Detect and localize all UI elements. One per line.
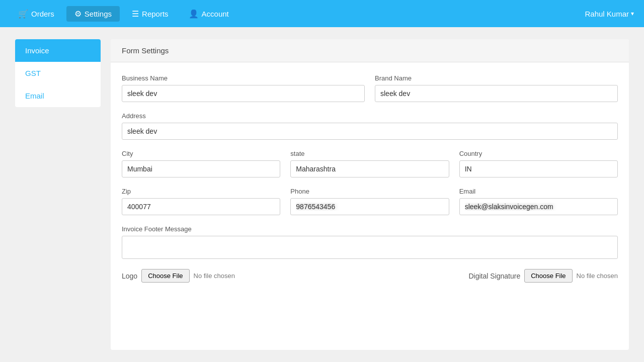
state-input[interactable] xyxy=(290,160,449,177)
cart-icon: 🛒 xyxy=(18,9,28,19)
reports-icon: ☰ xyxy=(132,9,139,19)
panel-header: Form Settings xyxy=(111,39,629,62)
signature-file-group: Digital Signature Choose File No file ch… xyxy=(469,269,618,283)
city-label: City xyxy=(122,150,280,157)
business-name-input[interactable] xyxy=(122,85,365,102)
phone-label: Phone xyxy=(290,188,449,195)
address-input[interactable] xyxy=(122,123,618,140)
user-name: Rahul Kumar xyxy=(585,10,629,18)
country-input[interactable] xyxy=(459,160,618,177)
group-email: Email xyxy=(459,188,618,215)
gear-icon: ⚙ xyxy=(74,9,82,19)
brand-name-label: Brand Name xyxy=(375,74,618,82)
sidebar-item-gst[interactable]: GST xyxy=(15,62,101,84)
row-address: Address xyxy=(122,112,618,140)
email-label: Email xyxy=(459,188,618,195)
footer-message-label: Invoice Footer Message xyxy=(122,225,618,233)
business-name-label: Business Name xyxy=(122,74,365,82)
nav-item-orders[interactable]: 🛒 Orders xyxy=(10,6,62,22)
account-icon: 👤 xyxy=(189,9,199,19)
country-label: Country xyxy=(459,150,618,157)
file-row: Logo Choose File No file chosen Digital … xyxy=(122,269,618,283)
navbar: 🛒 Orders ⚙ Settings ☰ Reports 👤 Account … xyxy=(0,0,644,27)
row-zip-phone-email: Zip Phone Email xyxy=(122,188,618,215)
group-address: Address xyxy=(122,112,618,140)
nav-item-settings[interactable]: ⚙ Settings xyxy=(66,6,120,22)
city-input[interactable] xyxy=(122,160,280,177)
group-country: Country xyxy=(459,150,618,177)
main-panel: Form Settings Business Name Brand Name A… xyxy=(111,39,629,350)
sidebar-item-email[interactable]: Email xyxy=(15,84,101,107)
group-footer-message: Invoice Footer Message xyxy=(122,225,618,259)
group-phone: Phone xyxy=(290,188,449,215)
nav-account-label: Account xyxy=(202,10,229,18)
user-menu[interactable]: Rahul Kumar ▾ xyxy=(585,10,634,18)
row-city-state-country: City state Country xyxy=(122,150,618,177)
nav-left: 🛒 Orders ⚙ Settings ☰ Reports 👤 Account xyxy=(10,6,237,22)
nav-orders-label: Orders xyxy=(31,10,54,18)
group-zip: Zip xyxy=(122,188,280,215)
footer-message-input[interactable] xyxy=(122,236,618,259)
sidebar-item-invoice[interactable]: Invoice xyxy=(15,39,101,62)
logo-choose-file-button[interactable]: Choose File xyxy=(141,269,189,283)
row-business-brand: Business Name Brand Name xyxy=(122,74,618,102)
nav-settings-label: Settings xyxy=(85,10,112,18)
signature-choose-file-button[interactable]: Choose File xyxy=(524,269,572,283)
panel-body: Business Name Brand Name Address City xyxy=(111,62,629,295)
brand-name-input[interactable] xyxy=(375,85,618,102)
group-brand-name: Brand Name xyxy=(375,74,618,102)
group-city: City xyxy=(122,150,280,177)
state-label: state xyxy=(290,150,449,157)
signature-no-file: No file chosen xyxy=(577,272,618,280)
phone-input[interactable] xyxy=(290,198,449,215)
row-footer-message: Invoice Footer Message xyxy=(122,225,618,259)
zip-input[interactable] xyxy=(122,198,280,215)
group-state: state xyxy=(290,150,449,177)
logo-no-file: No file chosen xyxy=(194,272,235,280)
form-settings-title: Form Settings xyxy=(122,46,169,55)
group-business-name: Business Name xyxy=(122,74,365,102)
sidebar: Invoice GST Email xyxy=(15,39,101,107)
logo-label: Logo xyxy=(122,272,137,280)
digital-signature-label: Digital Signature xyxy=(469,272,521,280)
nav-item-reports[interactable]: ☰ Reports xyxy=(124,6,177,22)
logo-file-group: Logo Choose File No file chosen xyxy=(122,269,235,283)
zip-label: Zip xyxy=(122,188,280,195)
chevron-down-icon: ▾ xyxy=(631,10,634,17)
address-label: Address xyxy=(122,112,618,120)
nav-reports-label: Reports xyxy=(142,10,169,18)
page-content: Invoice GST Email Form Settings Business… xyxy=(0,27,644,362)
nav-item-account[interactable]: 👤 Account xyxy=(181,6,237,22)
email-input[interactable] xyxy=(459,198,618,215)
